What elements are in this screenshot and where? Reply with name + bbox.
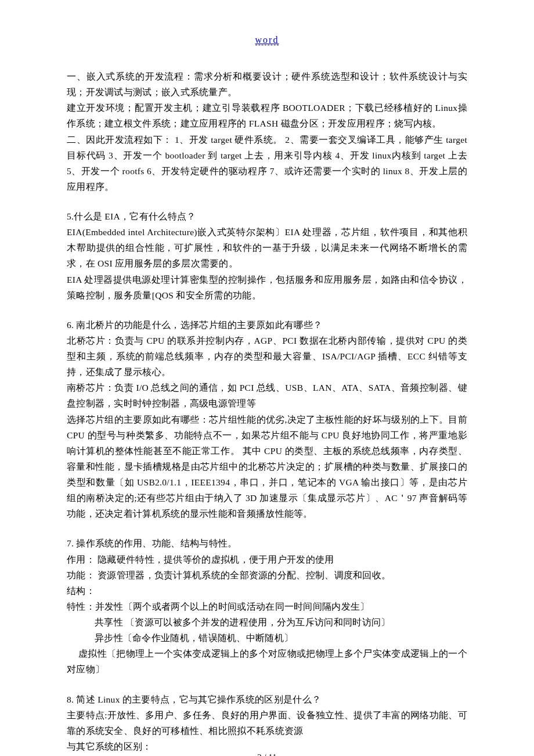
paragraph: 特性：并发性〔两个或者两个以上的时间或活动在同一时间间隔内发生〕	[67, 599, 467, 614]
paragraph-indent: 虚拟性〔把物理上一个实体变成逻辑上的多个对应物或把物理上多个尸实体变成逻辑上的一…	[67, 646, 467, 677]
page-footer: 2 / 11	[0, 753, 534, 756]
paragraph: 二、因此开发流程如下： 1、开发 target 硬件系统。 2、需要一套交叉编译…	[67, 132, 467, 195]
section-8: 8. 简述 Linux 的主要特点，它与其它操作系统的区别是什么？ 主要特点:开…	[67, 692, 467, 755]
page: word 一、嵌入式系统的开发流程：需求分析和概要设计；硬件系统选型和设计；软件…	[0, 0, 534, 756]
section-1: 一、嵌入式系统的开发流程：需求分析和概要设计；硬件系统选型和设计；软件系统设计与…	[67, 69, 467, 195]
paragraph: 主要特点:开放性、多用户、多任务、良好的用户界面、设备独立性、提供了丰富的网络功…	[67, 707, 467, 739]
paragraph: 选择芯片组的主要原如此有哪些：芯片组性能的优劣,决定了主板性能的好坏与级别的上下…	[67, 412, 467, 522]
paragraph: 与其它系统的区别：	[67, 739, 467, 754]
question-8: 8. 简述 Linux 的主要特点，它与其它操作系统的区别是什么？	[67, 692, 467, 707]
page-number: 2 / 11	[257, 753, 277, 756]
paragraph: 南桥芯片：负责 I/O 总线之间的通信，如 PCI 总线、USB、LAN、ATA…	[67, 380, 467, 411]
paragraph: 北桥芯片：负责与 CPU 的联系并控制内存，AGP、PCI 数据在北桥内部传输，…	[67, 333, 467, 380]
paragraph: 一、嵌入式系统的开发流程：需求分析和概要设计；硬件系统选型和设计；软件系统设计与…	[67, 69, 467, 100]
paragraph: 作用： 隐藏硬件特性，提供等价的虚拟机，便于用户开发的使用	[67, 552, 467, 567]
question-5: 5.什么是 EIA，它有什么特点？	[67, 208, 467, 224]
question-6: 6. 南北桥片的功能是什么，选择芯片组的主要原如此有哪些？	[67, 317, 467, 333]
document-body: 一、嵌入式系统的开发流程：需求分析和概要设计；硬件系统选型和设计；软件系统设计与…	[67, 69, 467, 754]
paragraph: EIA(Embedded intel Architecture)嵌入式英特尔架构…	[67, 224, 467, 271]
paragraph: 建立开发环境；配置开发主机；建立引导装载程序 BOOTLOADER；下载已经移植…	[67, 100, 467, 131]
paragraph: EIA 处理器提供电源处理计算密集型的控制操作，包括服务和应用服务层，如路由和信…	[67, 272, 467, 303]
paragraph-indent: 异步性〔命令作业随机，错误随机、中断随机〕	[67, 630, 467, 646]
section-5: 5.什么是 EIA，它有什么特点？ EIA(Embedded intel Arc…	[67, 208, 467, 303]
header-link[interactable]: word	[255, 35, 279, 45]
paragraph-indent: 共享性 〔资源可以被多个并发的进程使用，分为互斥访问和同时访问〕	[67, 614, 467, 630]
paragraph: 功能： 资源管理器，负责计算机系统的全部资源的分配、控制、调度和回收。	[67, 567, 467, 583]
paragraph: 结构：	[67, 583, 467, 599]
section-6: 6. 南北桥片的功能是什么，选择芯片组的主要原如此有哪些？ 北桥芯片：负责与 C…	[67, 317, 467, 522]
section-7: 7. 操作系统的作用、功能、结构与特性。 作用： 隐藏硬件特性，提供等价的虚拟机…	[67, 535, 467, 677]
document-header: word	[67, 35, 467, 45]
question-7: 7. 操作系统的作用、功能、结构与特性。	[67, 535, 467, 551]
